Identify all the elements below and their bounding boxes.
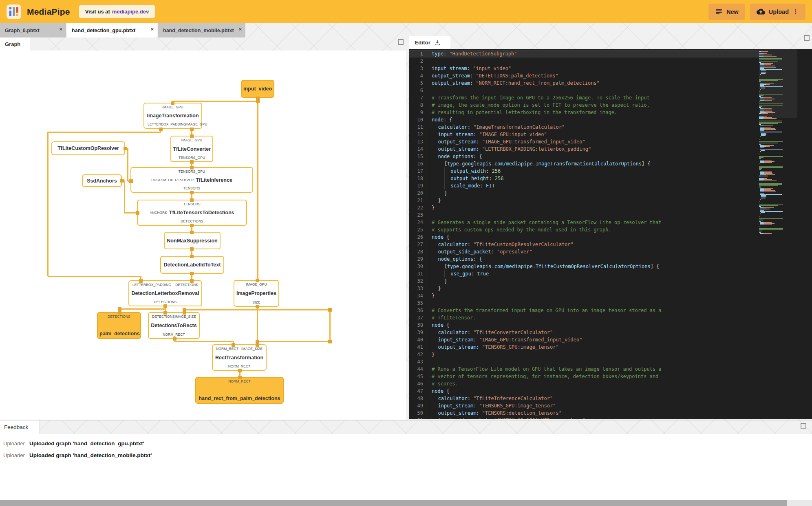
code-token: use_gpu [450, 271, 471, 277]
code-token: "DETECTIONS:palm_detections" [476, 73, 558, 79]
line-text: # Transforms the input image on GPU to a… [432, 94, 759, 101]
indent-guide [432, 270, 438, 277]
code-line: 34} [409, 292, 759, 299]
minimap-mark [760, 221, 761, 222]
graph-node-TfLiteTensorsToDetections[interactable]: TENSORSANCHORSTfLiteTensorsToDetectionsD… [137, 200, 247, 226]
upload-button[interactable]: Upload [750, 4, 805, 20]
minimap-mark [766, 72, 766, 73]
code-token: : [489, 176, 494, 181]
edge-line [329, 310, 331, 341]
code-token: : [470, 73, 476, 79]
code-line: 9# resulting in potential letterboxing i… [409, 109, 759, 116]
indent-guide [432, 123, 438, 131]
minimap-mark [764, 173, 772, 174]
kebab-menu-icon[interactable] [792, 9, 799, 15]
code-token: # supports custom ops needed by the mode… [432, 227, 611, 233]
graph-canvas[interactable]: input_videoIMAGE_GPUImageTransformationL… [0, 51, 406, 420]
node-input-ports: IMAGE_GPU [236, 282, 277, 286]
minimap-mark [765, 70, 766, 71]
popout-graph-icon[interactable] [398, 39, 404, 45]
graph-node-palm_detections[interactable]: DETECTIONSpalm_detections [97, 312, 141, 339]
graph-node-TfLiteInference[interactable]: TENSORS_GPUCUSTOM_OP_RESOLVERTfLiteInfer… [130, 167, 253, 193]
indent-guide [438, 167, 444, 175]
graph-node-SsdAnchors[interactable]: SsdAnchors [82, 174, 122, 187]
port-square [190, 224, 194, 227]
popout-editor-icon[interactable] [804, 35, 810, 41]
graph-node-hand_rect_from_palm_detections[interactable]: NORM_RECThand_rect_from_palm_detections [195, 377, 284, 404]
file-tab-hand-detection-mobile[interactable]: hand_detection_mobile.pbtxt [158, 23, 245, 37]
code-token: node_options [438, 256, 473, 262]
code-token: ] { [642, 161, 651, 167]
close-icon[interactable] [238, 26, 242, 32]
node-output-ports: TENSORS [133, 186, 251, 190]
new-button[interactable]: New [708, 4, 745, 20]
minimap-mark [760, 130, 763, 131]
file-tab-hand-detection-gpu[interactable]: hand_detection_gpu.pbtxt [67, 23, 157, 37]
file-tab-graph-0[interactable]: Graph_0.pbtxt [0, 23, 66, 37]
line-number: 45 [409, 373, 432, 380]
code-token: type [447, 161, 459, 167]
graph-node-input_video[interactable]: input_video [241, 80, 274, 98]
code-line: 2 [409, 57, 759, 65]
minimap-mark [759, 231, 762, 231]
tab-editor[interactable]: Editor [409, 36, 450, 49]
code-line: 37# TfLiteTensor. [409, 314, 759, 321]
close-icon[interactable] [59, 26, 62, 32]
indent-guide [432, 417, 438, 419]
popout-feedback-icon[interactable] [801, 423, 806, 429]
editor-minimap[interactable] [759, 49, 797, 419]
tab-feedback[interactable]: Feedback [0, 420, 40, 434]
graph-node-ImageTransformation[interactable]: IMAGE_GPUImageTransformationLETTERBOX_PA… [143, 103, 202, 129]
code-token: input_side_packet [438, 418, 488, 419]
minimap-mark [763, 160, 772, 161]
code-token: : [467, 66, 473, 71]
minimap-mark [760, 100, 764, 101]
node-output-ports: DETECTIONS [139, 219, 245, 223]
minimap-mark [763, 117, 772, 118]
graph-node-DetectionLabelIdToText[interactable]: DetectionLabelIdToText [160, 256, 224, 274]
tab-graph-view[interactable]: Graph [0, 37, 30, 51]
horizontal-scrollbar[interactable] [0, 500, 812, 506]
minimap-mark [759, 61, 778, 62]
minimap-mark [761, 72, 765, 73]
code-token: } [438, 198, 441, 203]
mediapipe-dev-link[interactable]: mediapipe.dev [112, 9, 149, 15]
minimap-mark [760, 207, 763, 208]
code-token: # Converts the transformed input image o… [432, 308, 662, 313]
minimap-mark [763, 83, 774, 84]
line-number: 15 [409, 153, 432, 160]
graph-node-ImageProperties[interactable]: IMAGE_GPUImagePropertiesSIZE [234, 280, 279, 307]
minimap-mark [759, 216, 759, 217]
port-square [163, 311, 167, 315]
graph-node-TfLiteConverter[interactable]: IMAGE_GPUTfLiteConverterTENSORS_GPU [170, 136, 213, 162]
line-text: # vector of tensors representing, for in… [432, 373, 759, 380]
minimap-mark [765, 133, 766, 134]
port-square [190, 272, 194, 275]
minimap-mark [764, 127, 771, 128]
graph-node-DetectionsToRects[interactable]: DETECTIONSIMAGE_SIZEDetectionsToRectsNOR… [148, 312, 200, 339]
indent-guide [432, 263, 438, 270]
close-icon[interactable] [150, 26, 154, 32]
download-icon[interactable] [434, 40, 441, 46]
graph-node-NonMaxSuppression[interactable]: NonMaxSuppression [164, 232, 221, 249]
code-editor[interactable]: 1type: "HandDetectionSubgraph"23input_st… [409, 49, 812, 419]
code-token: . [533, 161, 536, 167]
port-square [139, 279, 143, 283]
port-square [159, 128, 163, 131]
code-line: 4output_stream: "DETECTIONS:palm_detecti… [409, 72, 759, 79]
minimap-mark [759, 56, 763, 57]
minimap-mark [782, 211, 783, 212]
minimap-mark [760, 125, 763, 126]
graph-node-DetectionLetterboxRemoval[interactable]: LETTERBOX_PADDINGDETECTIONSDetectionLett… [128, 280, 202, 306]
node-input-ports: NORM_RECTIMAGE_SIZE [214, 347, 264, 351]
minimap-mark [759, 204, 783, 205]
minimap-mark [760, 81, 761, 82]
app-header: MediaPipe Visit us at mediapipe.dev New … [0, 0, 812, 23]
minimap-mark [762, 194, 766, 195]
minimap-mark [759, 166, 783, 167]
graph-node-TfLiteCustomOpResolver[interactable]: TfLiteCustomOpResolver [51, 141, 125, 155]
graph-node-RectTransformation[interactable]: NORM_RECTIMAGE_SIZERectTransformationNOR… [212, 344, 267, 371]
scrollbar-thumb[interactable] [0, 500, 787, 506]
port-square [232, 343, 235, 347]
code-token: type [447, 264, 459, 269]
